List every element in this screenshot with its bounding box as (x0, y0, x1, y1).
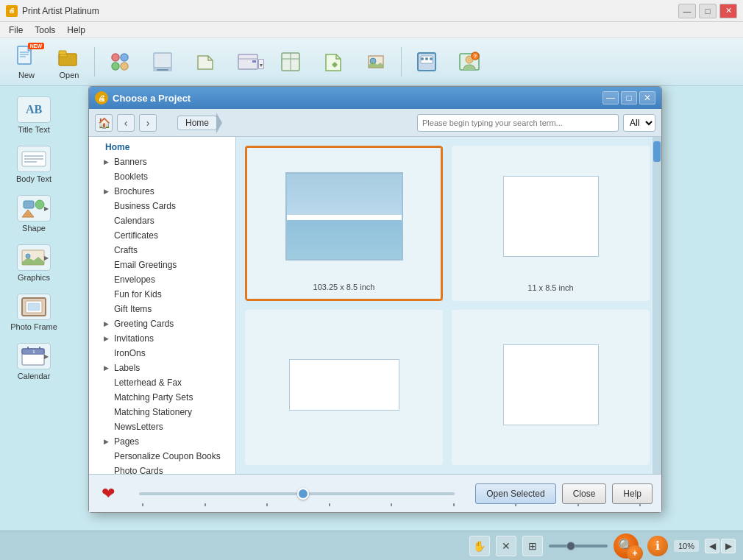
toolbar: NEW New Open (0, 38, 743, 86)
toolbar-new-button[interactable]: NEW New (6, 41, 47, 82)
category-tree-panel: Home ▶ Banners Booklets ▶ Brochures Busi… (89, 137, 236, 474)
tree-item-invitations[interactable]: ▶ Invitations (89, 331, 235, 346)
tree-item-gift-items[interactable]: Gift Items (89, 302, 235, 316)
toolbar-icon-4 (149, 49, 176, 75)
toolbar-btn-3[interactable] (99, 41, 141, 82)
status-tool-2[interactable]: ✕ (496, 536, 516, 556)
toolbar-icon-5 (192, 49, 218, 75)
favorites-heart-icon[interactable]: ❤ (98, 483, 118, 504)
back-button[interactable]: ‹ (117, 114, 135, 132)
sidebar-calendar[interactable]: ▶ 1 Calendar (6, 339, 62, 385)
tree-item-labels[interactable]: ▶ Labels (89, 361, 235, 375)
tree-item-personalize-coupon-books[interactable]: Personalize Coupon Books (89, 449, 235, 464)
tree-item-calendars[interactable]: Calendars (89, 213, 235, 228)
tree-item-booklets[interactable]: Booklets (89, 169, 235, 184)
toolbar-btn-11[interactable]: ? (449, 41, 490, 82)
sidebar-body-text[interactable]: Body Text (6, 141, 62, 188)
tree-item-ironons[interactable]: IronOns (89, 346, 235, 361)
maximize-button[interactable]: □ (699, 4, 717, 18)
sidebar-graphics[interactable]: ▶ Graphics (6, 240, 62, 286)
dialog-maximize-button[interactable]: □ (621, 91, 637, 104)
dialog-footer: ❤ Open Selected Close Help (89, 474, 661, 512)
toolbar-icon-6 (235, 49, 261, 75)
tick-6 (453, 503, 455, 506)
open-selected-button[interactable]: Open Selected (475, 483, 555, 504)
sidebar-shape[interactable]: ▶ Shape (6, 191, 62, 237)
tree-item-envelopes[interactable]: Envelopes (89, 272, 235, 287)
invitations-expand-arrow: ▶ (104, 335, 113, 342)
toolbar-btn-9[interactable] (355, 41, 397, 82)
status-tool-1[interactable]: ✋ (469, 536, 490, 556)
toolbar-btn-6[interactable]: ▼ (227, 41, 269, 82)
close-button[interactable]: ✕ (719, 4, 737, 18)
sidebar-photo-frame[interactable]: Photo Frame (6, 289, 62, 336)
title-text-label: Title Text (18, 125, 49, 134)
home-button[interactable]: 🏠 (95, 114, 113, 132)
page-prev-button[interactable]: ◀ (705, 539, 719, 553)
help-circle-icon[interactable]: 🔍 + (614, 534, 639, 559)
dialog-close-button[interactable]: ✕ (639, 91, 655, 104)
tree-item-fun-for-kids[interactable]: Fun for Kids (89, 287, 235, 302)
status-tool-3[interactable]: ⊞ (522, 536, 543, 556)
body-text-label: Body Text (16, 174, 51, 183)
dialog-nav-bar: 🏠 ‹ › Home All (89, 109, 661, 137)
template-preview-3 (254, 319, 434, 450)
banners-expand-arrow: ▶ (104, 158, 113, 166)
template-label-1: 103.25 x 8.5 inch (313, 283, 375, 291)
toolbar-btn-4[interactable] (142, 41, 183, 82)
tree-item-photo-cards[interactable]: Photo Cards (89, 464, 235, 474)
graphics-icon: ▶ (17, 244, 51, 271)
tree-item-pages[interactable]: ▶ Pages (89, 434, 235, 449)
tree-item-brochures[interactable]: ▶ Brochures (89, 184, 235, 199)
tree-item-certificates[interactable]: Certificates (89, 228, 235, 243)
page-next-button[interactable]: ▶ (721, 539, 736, 553)
search-input[interactable] (417, 114, 619, 132)
forward-button[interactable]: › (139, 114, 157, 132)
close-dialog-button[interactable]: Close (562, 483, 607, 504)
sidebar-title-text[interactable]: AB Title Text (6, 92, 62, 138)
menu-file[interactable]: File (3, 24, 29, 37)
toolbar-btn-8[interactable] (313, 41, 354, 82)
template-card-1[interactable]: 103.25 x 8.5 inch (245, 146, 443, 301)
svg-point-10 (121, 63, 128, 70)
open-label: Open (60, 71, 79, 79)
dialog-minimize-button[interactable]: — (602, 91, 619, 104)
zoom-slider-status[interactable] (549, 545, 608, 547)
toolbar-open-button[interactable]: Open (49, 41, 90, 82)
zoom-slider-track[interactable] (139, 492, 455, 495)
template-thumb-4 (503, 344, 599, 425)
template-preview-2 (461, 155, 641, 277)
dialog-title-bar: 🖨 Choose a Project — □ ✕ (89, 87, 661, 109)
content-scrollbar[interactable] (653, 137, 661, 474)
menu-help[interactable]: Help (61, 24, 91, 37)
toolbar-btn-10[interactable] (406, 41, 447, 82)
minimize-button[interactable]: — (678, 4, 696, 18)
tree-item-home[interactable]: Home (89, 140, 235, 155)
tree-item-crafts[interactable]: Crafts (89, 243, 235, 258)
tree-item-email-greetings[interactable]: Email Greetings (89, 258, 235, 272)
breadcrumb-home-tag[interactable]: Home (177, 116, 217, 130)
tree-item-matching-stationery[interactable]: Matching Stationery (89, 405, 235, 419)
svg-point-9 (112, 63, 119, 70)
tree-item-newsletters[interactable]: NewsLetters (89, 419, 235, 434)
toolbar-btn-5[interactable] (185, 41, 226, 82)
tree-item-business-cards[interactable]: Business Cards (89, 199, 235, 213)
body-text-icon (17, 146, 51, 172)
shape-label: Shape (22, 224, 46, 233)
template-card-2[interactable]: 11 x 8.5 inch (452, 146, 650, 301)
tree-item-banners[interactable]: ▶ Banners (89, 155, 235, 169)
menu-tools[interactable]: Tools (29, 24, 61, 37)
title-text-icon: AB (17, 96, 51, 123)
search-filter-dropdown[interactable]: All (623, 114, 655, 132)
template-card-4[interactable] (452, 310, 650, 465)
tree-item-greeting-cards[interactable]: ▶ Greeting Cards (89, 316, 235, 331)
tree-item-matching-party-sets[interactable]: Matching Party Sets (89, 390, 235, 405)
toolbar-btn-7[interactable] (270, 41, 311, 82)
tree-item-letterhead-fax[interactable]: Letterhead & Fax (89, 375, 235, 390)
template-card-3[interactable] (245, 310, 443, 465)
zoom-slider-thumb[interactable] (297, 488, 309, 500)
svg-point-35 (35, 200, 44, 209)
svg-point-8 (121, 54, 128, 61)
help-button[interactable]: Help (612, 483, 653, 504)
info-circle-icon[interactable]: ℹ (647, 536, 668, 556)
